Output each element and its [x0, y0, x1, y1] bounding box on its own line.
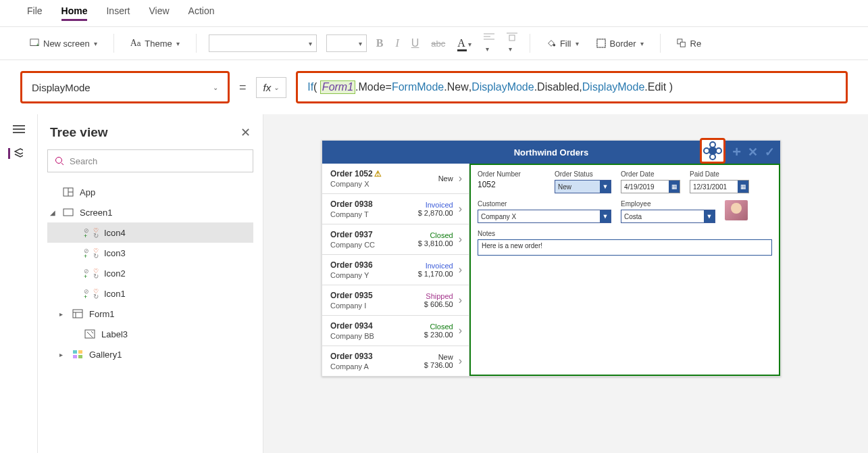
order-row[interactable]: Order 0935Company IShipped$ 606.50› — [322, 285, 469, 316]
font-size-select[interactable]: ▾ — [326, 34, 367, 52]
property-value: DisplayMode — [32, 82, 91, 93]
cancel-icon[interactable]: ✕ — [748, 145, 758, 160]
app-title: Northwind Orders — [514, 147, 589, 158]
font-family-select[interactable]: ▾ — [209, 34, 317, 52]
order-date-input[interactable]: 4/19/2019▦ — [621, 180, 680, 193]
tree-view-pane: Tree view ✕ Search App ◢ Screen1 ⊘♡+↻ Ic… — [38, 114, 263, 453]
vertical-align-button[interactable]: ▾ — [507, 32, 517, 54]
order-status: New — [424, 353, 453, 361]
warning-icon: ⚠ — [374, 169, 382, 178]
tree-node-gallery1[interactable]: ▸ Gallery1 — [47, 344, 253, 364]
order-amount: $ 3,810.00 — [418, 239, 453, 247]
tree-node-icon1[interactable]: ⊘♡+↻ Icon1 — [47, 283, 253, 304]
employee-label: Employee — [621, 200, 715, 208]
order-company: Company A — [330, 362, 373, 371]
tree-search-input[interactable]: Search — [47, 149, 253, 172]
tree-node-icon4[interactable]: ⊘♡+↻ Icon4 — [47, 222, 253, 243]
strike-button[interactable]: abc — [431, 39, 445, 49]
fill-label: Fill — [560, 39, 571, 49]
font-color-button[interactable]: A▾ — [457, 37, 471, 49]
formula-input[interactable]: If( Form1 .Mode = FormMode .New , Displa… — [296, 71, 848, 103]
bold-button[interactable]: B — [376, 37, 384, 49]
chevron-right-icon: › — [459, 233, 462, 245]
layers-icon[interactable] — [8, 148, 23, 159]
svg-line-17 — [61, 163, 63, 165]
employee-avatar — [725, 200, 748, 220]
order-num: Order 0936 — [330, 260, 373, 270]
order-row[interactable]: Order 0936Company YInvoiced$ 1,170.00› — [322, 255, 469, 285]
order-status: Closed — [424, 323, 453, 331]
tree-label: App — [80, 187, 95, 197]
order-num: Order 0938 — [330, 199, 373, 209]
customer-select[interactable]: Company X▼ — [478, 210, 611, 223]
employee-select[interactable]: Costa▼ — [621, 210, 715, 223]
menu-view[interactable]: View — [149, 5, 169, 21]
chevron-right-icon: › — [459, 264, 462, 276]
paid-date-input[interactable]: 12/31/2001▦ — [690, 180, 749, 193]
underline-button[interactable]: U — [411, 37, 419, 49]
svg-point-8 — [553, 44, 556, 47]
reorder-button[interactable]: Re — [673, 36, 706, 51]
tree-title: Tree view — [50, 125, 108, 140]
chevron-right-icon: › — [459, 172, 462, 185]
order-status: Shipped — [424, 292, 453, 300]
tree-node-screen[interactable]: ◢ Screen1 — [47, 202, 253, 222]
tree-node-form1[interactable]: ▸ Form1 — [47, 304, 253, 324]
order-amount: $ 606.50 — [424, 300, 453, 308]
svg-rect-28 — [78, 350, 82, 354]
tree-label: Icon2 — [104, 268, 126, 279]
order-company: Company X — [330, 180, 382, 188]
order-row[interactable]: Order 1052⚠Company XNew› — [322, 164, 469, 194]
fill-button[interactable]: Fill ▾ — [542, 36, 583, 51]
close-icon[interactable]: ✕ — [240, 125, 251, 140]
order-date-label: Order Date — [621, 170, 680, 178]
order-row[interactable]: Order 0937Company CCClosed$ 3,810.00› — [322, 224, 469, 255]
tree-label: Form1 — [89, 309, 115, 319]
menu-action[interactable]: Action — [188, 5, 215, 21]
menu-insert[interactable]: Insert — [106, 5, 130, 21]
new-screen-button[interactable]: + New screen ▾ — [26, 36, 101, 51]
order-gallery[interactable]: Order 1052⚠Company XNew›Order 0938Compan… — [322, 164, 469, 376]
order-number-value: 1052 — [478, 180, 545, 189]
tree-node-label3[interactable]: Label3 — [47, 324, 253, 344]
order-row[interactable]: Order 0938Company TInvoiced$ 2,870.00› — [322, 194, 469, 224]
selected-add-icon[interactable] — [700, 138, 725, 164]
align-button[interactable]: ▾ — [484, 32, 494, 54]
order-status: New — [438, 174, 453, 183]
order-status-select[interactable]: New▼ — [555, 180, 611, 193]
menu-home[interactable]: Home — [61, 5, 88, 21]
save-icon[interactable]: ✓ — [765, 145, 775, 160]
order-row[interactable]: Order 0934Company BBClosed$ 230.00› — [322, 316, 469, 346]
formula-token: .Edit — [644, 81, 666, 93]
customer-value: Company X — [481, 213, 516, 220]
hamburger-icon[interactable] — [11, 124, 26, 135]
canvas[interactable]: Northwind Orders + ✕ ✓ Order 1052⚠Compan… — [263, 114, 868, 453]
border-button[interactable]: Border ▾ — [592, 36, 648, 51]
customer-label: Customer — [478, 200, 611, 208]
svg-rect-25 — [85, 330, 95, 338]
formula-token: .Disabled — [534, 81, 580, 93]
theme-label: Theme — [145, 39, 172, 49]
equals-label: = — [239, 80, 247, 95]
notes-input[interactable]: Here is a new order! — [478, 239, 772, 256]
menu-file[interactable]: File — [27, 5, 43, 21]
search-placeholder: Search — [70, 156, 97, 166]
tree-node-icon3[interactable]: ⊘♡+↻ Icon3 — [47, 243, 253, 263]
svg-rect-12 — [680, 42, 685, 47]
order-num: Order 0937 — [330, 230, 373, 239]
property-select[interactable]: DisplayMode ⌄ — [20, 71, 230, 103]
reorder-label: Re — [690, 39, 702, 49]
add-icon[interactable]: + — [732, 143, 741, 161]
tree-node-app[interactable]: App — [47, 182, 253, 202]
theme-button[interactable]: Aa Theme ▾ — [126, 35, 184, 51]
svg-rect-7 — [509, 35, 515, 41]
order-row[interactable]: Order 0933Company ANew$ 736.00› — [322, 346, 469, 376]
chevron-down-icon: ⌄ — [213, 84, 218, 91]
italic-button[interactable]: I — [395, 37, 399, 49]
svg-point-16 — [56, 158, 62, 164]
formula-token: = — [386, 81, 392, 93]
tree-node-icon2[interactable]: ⊘♡+↻ Icon2 — [47, 263, 253, 283]
notes-label: Notes — [478, 230, 772, 237]
order-number-label: Order Number — [478, 170, 545, 178]
fx-button[interactable]: fx ⌄ — [256, 77, 287, 98]
